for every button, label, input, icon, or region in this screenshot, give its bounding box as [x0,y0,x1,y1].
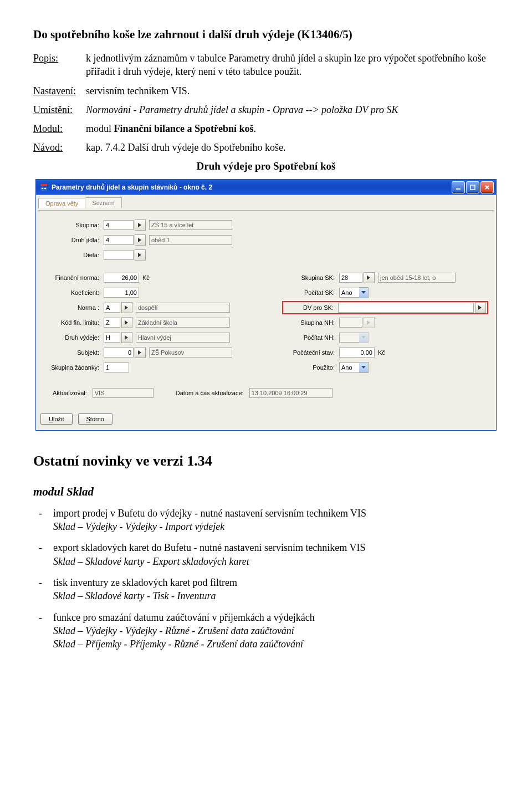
svg-marker-19 [361,336,366,339]
close-button[interactable] [480,181,494,193]
list-path: Sklad – Výdejky - Výdejky - Různé - Zruš… [53,625,294,636]
label-skupina-sk: Skupina SK: [282,274,339,281]
save-button-rest: ložit [53,416,64,422]
tab-seznam[interactable]: Seznam [85,197,121,208]
desc-norma [136,303,230,313]
list-text: funkce pro smazání datumu zaúčtování v p… [53,612,315,623]
svg-marker-20 [361,366,366,369]
svg-marker-18 [367,320,370,325]
unit-kc-2: Kč [378,349,385,356]
label-pocitat-nh: Počítat NH: [282,334,339,341]
text-modul-post: . [254,123,257,134]
input-pocatecni-stav[interactable] [339,348,375,358]
label-skupina-zadanky: Skupina žádanky: [44,364,104,371]
label-skupina-nh: Skupina NH: [282,319,339,326]
picker-norma[interactable] [121,302,132,313]
svg-marker-17 [478,305,482,310]
changes-list: import prodej v Bufetu do výdejky - nutn… [33,507,499,651]
window-title: Parametry druhů jídel a skupin stávníků … [52,183,452,191]
chevron-down-icon-2[interactable] [359,362,369,373]
text-umisteni: Normování - Parametry druhů jídel a skup… [86,103,499,116]
desc-druh-jidla [149,235,232,245]
chevron-down-icon[interactable] [359,287,369,298]
text-navod: kap. 7.4.2 Další druh výdeje do Spotřebn… [86,141,499,154]
svg-rect-3 [44,188,46,189]
label-koeficient: Koeficient: [44,289,104,296]
save-button[interactable]: Uložit [40,413,73,425]
maximize-button[interactable] [466,181,479,193]
input-skupina[interactable] [104,220,134,230]
list-text: import prodej v Bufetu do výdejky - nutn… [53,508,366,519]
input-skupina-zadanky[interactable] [104,362,129,372]
picker-kod-fin[interactable] [121,317,132,328]
section-heading: Ostatní novinky ve verzi 1.34 [33,453,499,469]
input-koeficient[interactable] [104,288,139,298]
dialog-window: Parametry druhů jídel a skupin stávníků … [35,179,497,431]
field-aktualizoval [93,388,154,398]
input-skupina-sk[interactable] [339,273,362,283]
input-dieta[interactable] [104,250,134,260]
list-item: export skladových karet do Bufetu - nutn… [33,541,499,568]
text-nastaveni: servisním technikem VIS. [86,84,499,98]
desc-subjekt [149,348,232,358]
svg-marker-13 [125,335,128,340]
label-pocatecni-stav: Počáteční stav: [282,349,339,356]
picker-druh-vydeje[interactable] [121,332,132,343]
label-skupina: Skupina: [44,222,104,228]
input-kod-fin[interactable] [104,318,120,328]
list-text: tisk inventury ze skladových karet pod f… [53,577,237,588]
list-path: Sklad – Výdejky - Výdejky - Import výdej… [53,521,224,532]
cancel-button[interactable]: Storno [78,413,112,425]
desc-skupina [149,220,232,230]
input-druh-jidla[interactable] [104,235,134,245]
input-subjekt[interactable] [104,348,134,358]
svg-rect-4 [456,188,461,190]
highlighted-field-dv-pro-sk: DV pro SK: [282,301,488,314]
cancel-button-rest: torno [90,416,104,422]
label-kod-fin: Kód fin. limitu: [44,319,104,326]
field-datum-aktualizace [249,388,332,398]
picker-skupina[interactable] [135,219,146,231]
select-pouzito[interactable] [339,362,359,372]
list-path-2: Sklad – Příjemky - Příjemky - Různé - Zr… [53,639,303,650]
picker-skupina-sk[interactable] [364,272,375,283]
titlebar[interactable]: Parametry druhů jídel a skupin stávníků … [36,180,496,195]
svg-rect-1 [40,187,47,191]
picker-dv-pro-sk[interactable] [475,302,486,313]
minimize-button[interactable] [452,181,465,193]
desc-druh-vydeje [136,333,230,343]
label-druh-jidla: Druh jídla: [44,237,104,243]
label-datum-aktualizace: Datum a čas aktualizace: [176,390,244,396]
input-druh-vydeje[interactable] [104,333,120,343]
picker-druh-jidla[interactable] [135,234,146,246]
label-dv-pro-sk: DV pro SK: [284,304,338,311]
input-norma[interactable] [104,303,120,313]
picker-skupina-nh [364,317,375,328]
page-title: Do spotřebního koše lze zahrnout i další… [33,28,499,42]
svg-marker-8 [138,223,141,227]
input-skupina-nh [339,318,362,328]
section-subheading: modul Sklad [33,485,499,499]
text-popis: k jednotlivým záznamům v tabulce Paramet… [86,52,499,79]
label-dieta: Dieta: [44,252,104,258]
text-modul-pre: modul [86,123,114,134]
svg-rect-5 [470,185,475,190]
select-pocitat-nh [339,333,359,343]
svg-marker-9 [138,238,141,242]
tab-oprava-vety[interactable]: Oprava věty [38,198,85,208]
picker-subjekt[interactable] [135,347,146,358]
input-fin-norma[interactable] [104,273,139,283]
label-modul: Modul: [33,122,86,135]
picker-dieta[interactable] [135,249,146,261]
chevron-down-icon-disabled [359,332,369,343]
svg-marker-14 [138,350,141,355]
label-pouzito: Použito: [282,364,339,371]
svg-marker-15 [367,275,370,280]
svg-marker-12 [125,320,128,325]
list-path: Sklad – Skladové karty - Tisk - Inventur… [53,590,216,601]
label-nastaveni: Nastavení: [33,84,86,98]
select-pocitat-sk[interactable] [339,288,359,298]
desc-kod-fin [136,318,230,328]
svg-rect-0 [40,184,47,186]
input-dv-pro-sk[interactable] [338,303,474,313]
